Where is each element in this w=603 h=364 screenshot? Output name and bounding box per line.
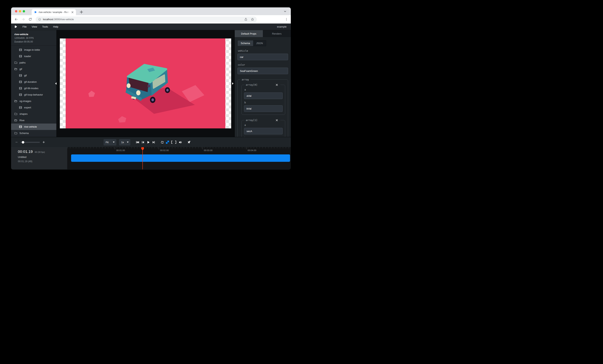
ruler-minor-ticks [67,147,291,148]
sidebar-file-list: image-in-lottieloaderpathsgifgifgif-dura… [11,46,56,136]
sidebar-item-gif-duration[interactable]: gif-duration [11,79,56,85]
main-area: rive-vehicle 1200x630, 30 FPS Duration 0… [11,30,291,137]
menu-item-file[interactable]: File [20,25,29,28]
prop-input-a[interactable] [244,92,283,99]
toggle-schema[interactable]: Schema [238,40,253,46]
sidebar-item-loader[interactable]: loader [11,53,56,59]
previous-frame-icon[interactable] [141,140,145,144]
sidebar-item-paths[interactable]: paths [11,59,56,66]
url-path: :3000/rive-vehicle [53,18,74,21]
schema-json-toggle: SchemaJSON [237,40,266,46]
back-icon[interactable] [14,17,18,21]
remotion-logo-icon[interactable] [14,25,17,28]
zoom-out-icon[interactable] [15,141,18,144]
array-group: array array[0]abarray[1]ab [237,78,288,137]
chevron-down-icon [127,142,129,143]
play-icon[interactable] [147,140,150,144]
film-icon [19,55,22,58]
transport-bar: Fit 1x [104,137,191,147]
jump-to-start-icon[interactable] [136,140,139,144]
minimize-window-button[interactable] [19,10,21,12]
sidebar-item-schema[interactable]: Schema [11,130,56,136]
tab-title: rive-vehicle / example - Remot [39,11,70,14]
film-icon [19,125,22,128]
film-icon [19,93,22,96]
sidebar-item-gif-loop-behavior[interactable]: gif-loop-behavior [11,91,56,98]
star-bookmark-icon[interactable] [251,18,254,21]
array-items: array[0]abarray[1]ab [240,83,286,137]
share-icon[interactable] [244,18,247,21]
sidebar-item-gif[interactable]: gif [11,66,56,72]
kebab-menu-icon[interactable] [285,18,288,21]
film-icon [19,87,22,90]
desktop-background: rive-vehicle / example - Remot [0,0,302,182]
sidebar-item-rive[interactable]: Rive [11,117,56,124]
menu-item-view[interactable]: View [29,25,40,28]
close-window-button[interactable] [15,10,17,12]
new-tab-button[interactable] [79,10,84,14]
forward-icon[interactable] [21,17,25,21]
volume-icon[interactable] [179,140,182,144]
folder-icon [14,132,17,135]
fit-dropdown[interactable]: Fit [104,139,116,146]
sidebar-item-og-images[interactable]: og-images [11,98,56,104]
sidebar-item-rive-vehicle[interactable]: rive-vehicle [11,124,56,130]
prop-input-b[interactable] [244,105,283,112]
zoom-slider-thumb[interactable] [22,141,24,144]
loop-icon[interactable] [161,140,164,144]
props-fields: vehiclecolor [237,49,288,74]
props-editor: SchemaJSON vehiclecolor array array[0]ab… [235,37,291,137]
sidebar-item-gif-fill-modes[interactable]: gif-fill-modes [11,85,56,91]
sidebar-item-label: shapes [19,113,28,115]
prop-input-a[interactable] [244,128,283,134]
sidebar-item-image-in-lottie[interactable]: image-in-lottie [11,47,56,53]
jump-to-end-icon[interactable] [152,140,156,144]
menu-items: FileViewToolsHelp [20,25,61,28]
tab-default-props[interactable]: Default Props [235,30,263,37]
sidebar-item-shapes[interactable]: shapes [11,111,56,117]
project-name-label: example [277,25,287,28]
maximize-window-button[interactable] [23,10,25,12]
timeline-track-bar[interactable] [71,154,290,162]
out-marker-icon[interactable] [175,140,177,144]
speed-dropdown[interactable]: 1x [119,139,130,146]
chevron-down-icon[interactable] [284,10,287,13]
remove-array-item-icon[interactable] [275,119,279,122]
sidebar-item-gif[interactable]: gif [11,72,56,79]
menu-item-help[interactable]: Help [50,25,61,28]
prop-label-color: color [238,63,288,66]
ruler-tick-label: 00:03.00 [204,149,212,151]
browser-tab[interactable]: rive-vehicle / example - Remot [32,9,76,15]
timeline-ruler[interactable]: 00:01.0000:02.0000:03.0000:04.00 [67,147,291,169]
zoom-slider[interactable] [20,142,40,143]
ruler-tick-label: 00:04.00 [248,149,256,151]
right-panel-tabs: Default PropsRenders [235,30,291,37]
url-text: localhost:3000/rive-vehicle [43,18,74,21]
reload-icon[interactable] [28,17,32,21]
tab-renders[interactable]: Renders [263,30,291,37]
prop-input-color[interactable] [237,68,288,74]
close-tab-icon[interactable] [71,11,74,14]
collapse-panel-arrow[interactable] [232,82,233,85]
checkerboard-transparency-icon[interactable] [166,141,169,144]
menu-item-tools[interactable]: Tools [40,25,50,28]
chevron-down-icon [113,142,115,143]
playhead-marker[interactable] [141,147,144,150]
composition-viewport [60,38,231,128]
zoom-in-icon[interactable] [42,141,45,144]
playhead-line[interactable] [142,148,143,169]
site-info-icon[interactable] [38,18,41,21]
prop-input-vehicle[interactable] [237,54,288,60]
sidebar-item-expert[interactable]: expert [11,104,56,111]
rocket-icon[interactable] [187,140,191,144]
playback-controls: Fit 1x [11,137,291,147]
sidebar-item-label: loader [24,55,31,58]
sidebar-item-label: gif-fill-modes [24,87,38,90]
collapse-sidebar-arrow[interactable] [55,82,57,85]
folder-open-icon [14,100,17,103]
in-marker-icon[interactable] [171,140,173,144]
remove-array-item-icon[interactable] [275,83,279,86]
zoom-control [15,137,45,147]
address-bar[interactable]: localhost:3000/rive-vehicle [35,16,257,22]
toggle-json[interactable]: JSON [253,40,266,46]
